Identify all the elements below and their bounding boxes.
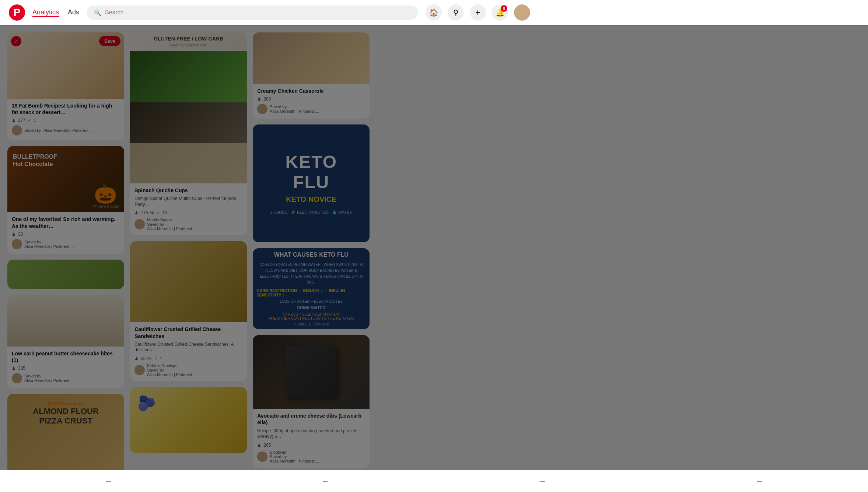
pinterest-logo[interactable]: P xyxy=(9,4,25,21)
notification-badge: 9 xyxy=(501,5,507,12)
home-icon-btn[interactable]: 🏠 xyxy=(426,4,442,21)
overlay-bg xyxy=(0,0,868,492)
add-pin-btn[interactable]: + xyxy=(470,4,486,21)
notifications-btn[interactable]: 🔔 9 xyxy=(492,4,508,21)
app-header: P Analytics Ads 🔍 🏠 ⚲ + 🔔 9 xyxy=(0,0,868,25)
nav-analytics[interactable]: Analytics xyxy=(32,8,59,17)
nav-ads[interactable]: Ads xyxy=(68,8,79,17)
bottom-tab-4[interactable]: ← xyxy=(756,477,764,486)
search-icon: 🔍 xyxy=(94,9,101,16)
search-input[interactable] xyxy=(105,9,411,16)
bottom-tab-1[interactable]: ← xyxy=(105,477,113,486)
main-nav: Analytics Ads xyxy=(32,8,79,17)
bottom-tab-2[interactable]: ← xyxy=(322,477,330,486)
bottom-tabs: ← ← ← ← xyxy=(0,470,868,492)
bottom-tab-3[interactable]: ← xyxy=(539,477,547,486)
search-bar[interactable]: 🔍 xyxy=(87,6,418,20)
user-avatar[interactable] xyxy=(514,4,530,21)
explore-icon-btn[interactable]: ⚲ xyxy=(448,4,464,21)
header-icons: 🏠 ⚲ + 🔔 9 xyxy=(426,4,530,21)
